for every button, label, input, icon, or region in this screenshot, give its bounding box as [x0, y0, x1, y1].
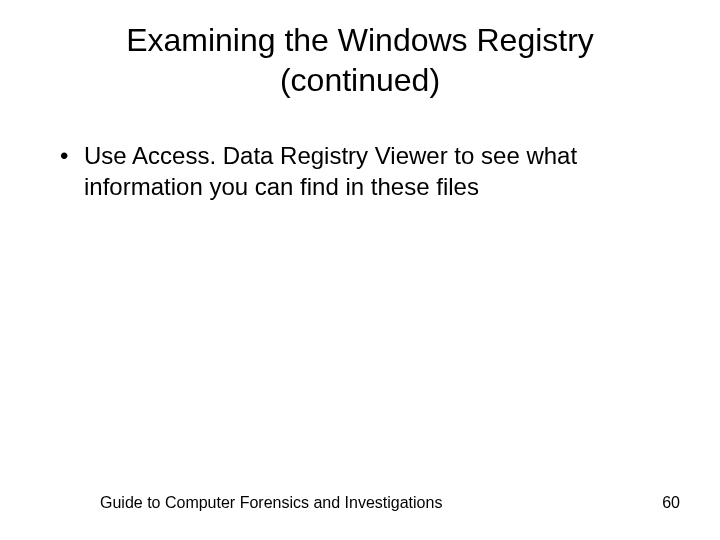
title-line-1: Examining the Windows Registry	[126, 22, 594, 58]
footer-text: Guide to Computer Forensics and Investig…	[100, 494, 442, 512]
bullet-text: Use Access. Data Registry Viewer to see …	[84, 140, 660, 202]
bullet-item: • Use Access. Data Registry Viewer to se…	[60, 140, 660, 202]
page-number: 60	[662, 494, 680, 512]
title-line-2: (continued)	[280, 62, 440, 98]
slide-title: Examining the Windows Registry (continue…	[0, 20, 720, 100]
bullet-dot-icon: •	[60, 140, 84, 171]
slide: Examining the Windows Registry (continue…	[0, 0, 720, 540]
slide-body: • Use Access. Data Registry Viewer to se…	[60, 140, 660, 202]
